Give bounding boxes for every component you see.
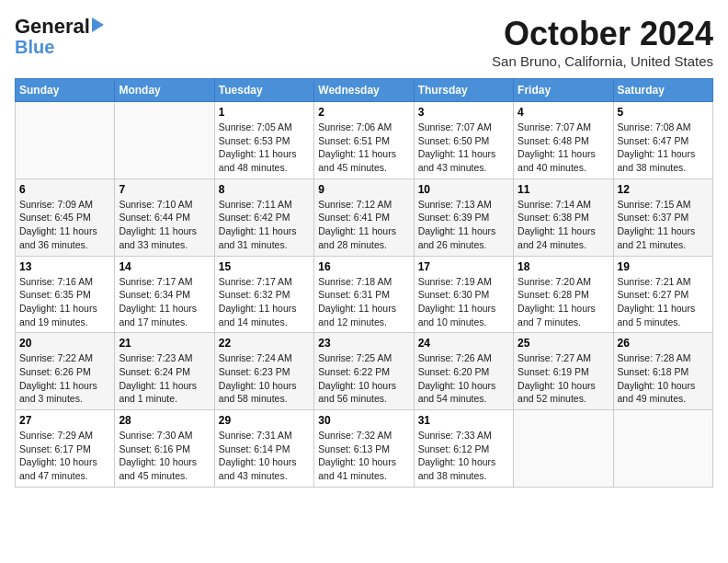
title-block: October 2024 San Bruno, California, Unit… [492, 15, 713, 69]
day-info: Sunrise: 7:10 AM Sunset: 6:44 PM Dayligh… [119, 198, 210, 252]
day-info: Sunrise: 7:13 AM Sunset: 6:39 PM Dayligh… [418, 198, 509, 252]
page-title: October 2024 [492, 15, 713, 53]
calendar-cell: 2Sunrise: 7:06 AM Sunset: 6:51 PM Daylig… [314, 102, 414, 179]
day-info: Sunrise: 7:33 AM Sunset: 6:12 PM Dayligh… [418, 429, 509, 483]
calendar-cell: 1Sunrise: 7:05 AM Sunset: 6:53 PM Daylig… [214, 102, 313, 179]
day-number: 26 [618, 337, 709, 350]
calendar-cell [613, 410, 712, 488]
calendar-week-row: 13Sunrise: 7:16 AM Sunset: 6:35 PM Dayli… [16, 256, 713, 333]
calendar-cell: 26Sunrise: 7:28 AM Sunset: 6:18 PM Dayli… [613, 333, 712, 410]
logo-arrow-icon [92, 17, 104, 32]
day-number: 5 [618, 106, 709, 119]
day-info: Sunrise: 7:11 AM Sunset: 6:42 PM Dayligh… [219, 198, 310, 252]
calendar-cell: 6Sunrise: 7:09 AM Sunset: 6:45 PM Daylig… [16, 178, 115, 256]
day-number: 22 [219, 337, 310, 350]
calendar-cell: 28Sunrise: 7:30 AM Sunset: 6:16 PM Dayli… [115, 410, 214, 488]
calendar-week-row: 20Sunrise: 7:22 AM Sunset: 6:26 PM Dayli… [16, 333, 713, 410]
day-number: 27 [19, 414, 110, 427]
logo-blue: Blue [15, 37, 54, 58]
calendar-cell: 31Sunrise: 7:33 AM Sunset: 6:12 PM Dayli… [414, 410, 513, 488]
calendar-cell: 29Sunrise: 7:31 AM Sunset: 6:14 PM Dayli… [214, 410, 313, 488]
day-number: 12 [618, 183, 709, 196]
day-number: 11 [518, 183, 609, 196]
day-number: 31 [418, 414, 509, 427]
calendar-cell [16, 102, 115, 179]
day-info: Sunrise: 7:17 AM Sunset: 6:34 PM Dayligh… [119, 275, 210, 329]
day-number: 8 [219, 183, 310, 196]
day-number: 23 [318, 337, 409, 350]
day-number: 17 [418, 260, 509, 273]
day-info: Sunrise: 7:20 AM Sunset: 6:28 PM Dayligh… [518, 275, 609, 329]
day-number: 19 [618, 260, 709, 273]
day-info: Sunrise: 7:07 AM Sunset: 6:50 PM Dayligh… [418, 121, 509, 175]
calendar-cell: 16Sunrise: 7:18 AM Sunset: 6:31 PM Dayli… [314, 256, 414, 333]
day-number: 29 [219, 414, 310, 427]
calendar-cell: 13Sunrise: 7:16 AM Sunset: 6:35 PM Dayli… [16, 256, 115, 333]
calendar-cell: 30Sunrise: 7:32 AM Sunset: 6:13 PM Dayli… [314, 410, 414, 488]
calendar-cell: 18Sunrise: 7:20 AM Sunset: 6:28 PM Dayli… [514, 256, 613, 333]
day-info: Sunrise: 7:25 AM Sunset: 6:22 PM Dayligh… [318, 351, 409, 406]
calendar-cell: 14Sunrise: 7:17 AM Sunset: 6:34 PM Dayli… [115, 256, 214, 333]
day-of-week-header: Saturday [613, 79, 712, 102]
calendar-cell: 17Sunrise: 7:19 AM Sunset: 6:30 PM Dayli… [414, 256, 513, 333]
day-number: 7 [119, 183, 210, 196]
day-number: 28 [119, 414, 210, 427]
day-number: 15 [219, 260, 310, 273]
calendar-cell: 27Sunrise: 7:29 AM Sunset: 6:17 PM Dayli… [16, 410, 115, 488]
calendar-cell: 3Sunrise: 7:07 AM Sunset: 6:50 PM Daylig… [414, 102, 513, 179]
calendar-cell: 19Sunrise: 7:21 AM Sunset: 6:27 PM Dayli… [613, 256, 712, 333]
day-info: Sunrise: 7:31 AM Sunset: 6:14 PM Dayligh… [219, 429, 310, 483]
day-info: Sunrise: 7:22 AM Sunset: 6:26 PM Dayligh… [19, 351, 110, 406]
calendar-cell: 20Sunrise: 7:22 AM Sunset: 6:26 PM Dayli… [16, 333, 115, 410]
day-number: 10 [418, 183, 509, 196]
day-number: 20 [19, 337, 110, 350]
day-of-week-header: Friday [514, 79, 613, 102]
day-number: 14 [119, 260, 210, 273]
day-number: 21 [119, 337, 210, 350]
calendar-cell [514, 410, 613, 488]
calendar-cell: 9Sunrise: 7:12 AM Sunset: 6:41 PM Daylig… [314, 178, 414, 256]
day-info: Sunrise: 7:32 AM Sunset: 6:13 PM Dayligh… [318, 429, 409, 483]
day-info: Sunrise: 7:28 AM Sunset: 6:18 PM Dayligh… [618, 351, 709, 406]
logo-general: General [15, 15, 90, 39]
calendar-header-row: SundayMondayTuesdayWednesdayThursdayFrid… [16, 79, 713, 102]
day-info: Sunrise: 7:30 AM Sunset: 6:16 PM Dayligh… [119, 429, 210, 483]
day-info: Sunrise: 7:27 AM Sunset: 6:19 PM Dayligh… [518, 351, 609, 406]
day-info: Sunrise: 7:24 AM Sunset: 6:23 PM Dayligh… [219, 351, 310, 406]
day-of-week-header: Thursday [414, 79, 513, 102]
day-number: 4 [518, 106, 609, 119]
day-number: 24 [418, 337, 509, 350]
calendar-cell: 21Sunrise: 7:23 AM Sunset: 6:24 PM Dayli… [115, 333, 214, 410]
day-number: 3 [418, 106, 509, 119]
day-number: 30 [318, 414, 409, 427]
calendar-cell: 8Sunrise: 7:11 AM Sunset: 6:42 PM Daylig… [214, 178, 313, 256]
calendar-cell: 10Sunrise: 7:13 AM Sunset: 6:39 PM Dayli… [414, 178, 513, 256]
day-info: Sunrise: 7:05 AM Sunset: 6:53 PM Dayligh… [219, 121, 310, 175]
calendar-week-row: 1Sunrise: 7:05 AM Sunset: 6:53 PM Daylig… [16, 102, 713, 179]
calendar-cell: 5Sunrise: 7:08 AM Sunset: 6:47 PM Daylig… [613, 102, 712, 179]
day-info: Sunrise: 7:26 AM Sunset: 6:20 PM Dayligh… [418, 351, 509, 406]
day-number: 2 [318, 106, 409, 119]
day-info: Sunrise: 7:06 AM Sunset: 6:51 PM Dayligh… [318, 121, 409, 175]
day-info: Sunrise: 7:23 AM Sunset: 6:24 PM Dayligh… [119, 351, 210, 406]
calendar-cell: 24Sunrise: 7:26 AM Sunset: 6:20 PM Dayli… [414, 333, 513, 410]
calendar-week-row: 27Sunrise: 7:29 AM Sunset: 6:17 PM Dayli… [16, 410, 713, 488]
day-info: Sunrise: 7:19 AM Sunset: 6:30 PM Dayligh… [418, 275, 509, 329]
day-of-week-header: Sunday [16, 79, 115, 102]
day-number: 25 [518, 337, 609, 350]
logo: General Blue [15, 15, 104, 58]
day-info: Sunrise: 7:07 AM Sunset: 6:48 PM Dayligh… [518, 121, 609, 175]
day-number: 9 [318, 183, 409, 196]
day-info: Sunrise: 7:12 AM Sunset: 6:41 PM Dayligh… [318, 198, 409, 252]
day-info: Sunrise: 7:21 AM Sunset: 6:27 PM Dayligh… [618, 275, 709, 329]
calendar-table: SundayMondayTuesdayWednesdayThursdayFrid… [15, 78, 713, 488]
day-number: 6 [19, 183, 110, 196]
calendar-cell: 15Sunrise: 7:17 AM Sunset: 6:32 PM Dayli… [214, 256, 313, 333]
day-number: 18 [518, 260, 609, 273]
calendar-cell: 11Sunrise: 7:14 AM Sunset: 6:38 PM Dayli… [514, 178, 613, 256]
page-header: General Blue October 2024 San Bruno, Cal… [15, 15, 713, 69]
day-info: Sunrise: 7:09 AM Sunset: 6:45 PM Dayligh… [19, 198, 110, 252]
calendar-week-row: 6Sunrise: 7:09 AM Sunset: 6:45 PM Daylig… [16, 178, 713, 256]
day-info: Sunrise: 7:29 AM Sunset: 6:17 PM Dayligh… [19, 429, 110, 483]
calendar-cell: 23Sunrise: 7:25 AM Sunset: 6:22 PM Dayli… [314, 333, 414, 410]
